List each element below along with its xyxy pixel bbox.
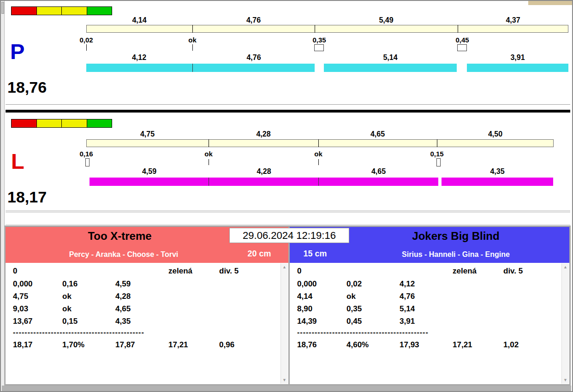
- lane-l-reference-bar: [86, 139, 554, 147]
- red-light: [11, 6, 37, 15]
- bar-divider: [192, 25, 193, 33]
- table-cell: [346, 267, 400, 276]
- table-cell: 4,35: [115, 317, 168, 326]
- lane-l-start-lights: [11, 119, 112, 128]
- table-cell: div. 5: [503, 267, 545, 276]
- lane-p-start-lights: [11, 6, 112, 15]
- table-cell: 1,02: [503, 340, 545, 350]
- bar-divider: [318, 139, 319, 147]
- lane-l-run-bar-segment: [90, 178, 209, 186]
- run-split-label: 4,59: [90, 167, 209, 175]
- plan-split-label: 4,50: [437, 130, 554, 138]
- table-summary-row: 18,17 1,70% 17,87 17,21 0,96: [13, 340, 261, 350]
- gate-mark-label: 0,16: [70, 150, 102, 158]
- lane-p-run-bar-segment: [86, 64, 193, 72]
- right-height-class: 15 cm: [294, 249, 336, 259]
- table-cell: 4,60%: [346, 340, 400, 350]
- left-results-table[interactable]: 0 zelená div. 5 0,000 0,16 4,59 4,75 ok …: [6, 263, 288, 384]
- table-cell: 5,14: [400, 304, 453, 314]
- table-cell: 13,67: [13, 317, 62, 326]
- status-bar: [2, 386, 571, 391]
- table-cell: 17,21: [168, 340, 219, 350]
- plan-split-label: 4,37: [458, 16, 568, 24]
- run-split-label: 4,12: [86, 53, 192, 61]
- fault-checkbox[interactable]: [457, 44, 467, 51]
- down-arrow-icon: ▼: [563, 378, 567, 382]
- table-cell: 3,91: [400, 317, 453, 326]
- left-height-class: 20 cm: [239, 249, 280, 259]
- table-cell: zelená: [453, 267, 503, 276]
- gate-mark-label: ok: [302, 150, 334, 158]
- fault-checkbox[interactable]: [314, 44, 324, 51]
- plan-split-label: 5,49: [315, 16, 458, 24]
- table-cell: zelená: [168, 267, 219, 276]
- table-cell: [400, 267, 453, 276]
- table-cell: 17,21: [453, 340, 503, 350]
- up-arrow-icon: ▲: [282, 265, 286, 269]
- lane-p-run-bar-segment: [467, 64, 568, 72]
- lane-p-total-time: 18,76: [7, 79, 47, 95]
- fault-checkbox[interactable]: [436, 158, 441, 166]
- table-summary-row: 18,76 4,60% 17,93 17,21 1,02: [297, 340, 545, 350]
- plan-split-label: 4,14: [86, 16, 192, 24]
- gate-mark-label: 0,35: [303, 36, 335, 44]
- table-cell: 4,65: [115, 304, 168, 314]
- table-cell: 4,75: [13, 292, 62, 301]
- table-cell: 1,70%: [62, 340, 115, 350]
- left-team-panel: Too X-treme Percy - Aranka - Choose - To…: [6, 227, 288, 384]
- table-row: 0,000 0,16 4,59: [13, 279, 168, 289]
- left-table-scrollbar[interactable]: ▲ ▼: [281, 263, 288, 384]
- scroll-down-button[interactable]: ▼: [562, 376, 569, 384]
- table-cell: 4,12: [400, 279, 453, 289]
- scroll-up-button[interactable]: ▲: [281, 263, 288, 271]
- right-table-scrollbar[interactable]: ▲ ▼: [561, 263, 569, 384]
- table-cell: 18,17: [13, 340, 62, 350]
- bar-divider: [437, 139, 437, 147]
- table-cell: ok: [62, 292, 115, 301]
- left-team-name: Too X-treme: [6, 230, 234, 243]
- yellow-light-1: [36, 119, 62, 128]
- scroll-down-button[interactable]: ▼: [281, 376, 288, 384]
- scroll-up-button[interactable]: ▲: [562, 263, 569, 271]
- green-light: [87, 6, 113, 15]
- table-row: 14,39 0,45 3,91: [297, 317, 453, 326]
- table-cell: 0,16: [62, 279, 115, 289]
- table-cell: 0: [297, 267, 346, 276]
- right-results-table[interactable]: 0 zelená div. 5 0,000 0,02 4,12 4,14 ok …: [290, 263, 569, 384]
- run-split-label: 4,35: [442, 167, 553, 175]
- lane-divider: [6, 110, 570, 113]
- bar-divider: [192, 64, 193, 72]
- table-cell: 14,39: [297, 317, 346, 326]
- window-top-fragment: [528, 1, 572, 5]
- window-left-scrollbar[interactable]: [1, 1, 5, 391]
- table-header-row: 0 zelená div. 5: [13, 267, 261, 276]
- table-cell: 0,45: [346, 317, 400, 326]
- tick-mark: [86, 44, 87, 51]
- table-cell: 9,03: [13, 304, 62, 314]
- table-cell: 0,02: [346, 279, 400, 289]
- table-row: 13,67 0,15 4,35: [13, 317, 168, 326]
- right-team-name: Jokers Big Blind: [347, 230, 564, 243]
- table-cell: [115, 267, 168, 276]
- separator-line: [6, 104, 570, 105]
- plan-split-label: 4,65: [318, 130, 437, 138]
- lane-p-run-bar-segment: [193, 64, 315, 72]
- table-separator: ----------------------------------------…: [13, 328, 144, 337]
- bar-divider: [209, 178, 209, 186]
- scrollbar-thumb[interactable]: [1, 2, 4, 14]
- separator-line: [6, 211, 570, 211]
- up-arrow-icon: ▲: [563, 265, 567, 269]
- table-cell: 4,14: [297, 292, 346, 301]
- yellow-light-2: [61, 6, 87, 15]
- table-cell: 0: [13, 267, 62, 276]
- plan-split-label: 4,75: [86, 130, 209, 138]
- fault-checkbox[interactable]: [85, 158, 90, 166]
- bar-divider: [315, 25, 315, 33]
- run-split-label: 3,91: [467, 53, 568, 61]
- table-cell: 0,35: [346, 304, 400, 314]
- lane-l-letter: L: [11, 150, 24, 172]
- lane-p-reference-bar: [86, 25, 568, 33]
- gate-mark-label: ok: [176, 36, 209, 44]
- table-cell: 0,000: [13, 279, 62, 289]
- table-header-row: 0 zelená div. 5: [297, 267, 545, 276]
